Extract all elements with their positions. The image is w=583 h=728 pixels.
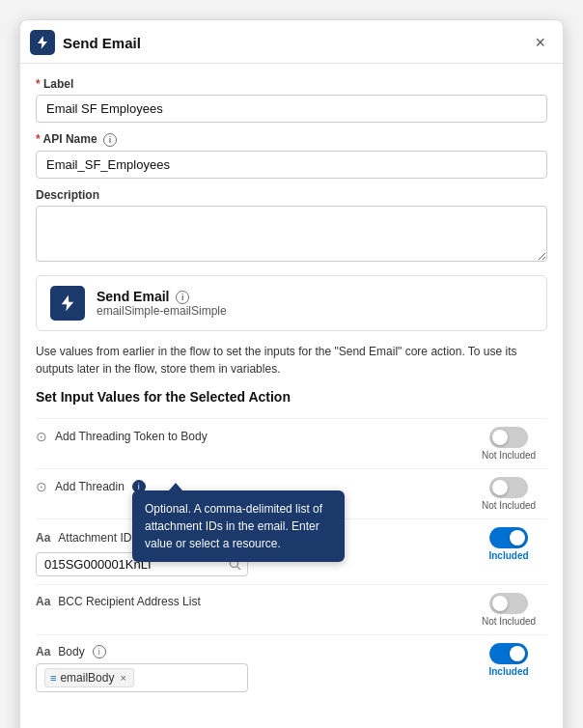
row-4-label: BCC Recipient Address List xyxy=(58,595,200,608)
email-body-tag: ≡ emailBody × xyxy=(44,668,134,687)
action-card: Send Email i emailSimple-emailSimple xyxy=(36,275,547,331)
api-name-info-icon[interactable]: i xyxy=(103,133,117,147)
row-5-toggle[interactable] xyxy=(489,643,528,664)
tag-icon: ≡ xyxy=(50,672,56,684)
row-2-icon: ⊙ xyxy=(36,479,47,494)
row-5-toggle-label: Included xyxy=(488,666,528,677)
row-5-label-group: Aa Body i xyxy=(36,643,470,658)
row-3-toggle-label: Included xyxy=(488,550,528,561)
action-card-subtitle: emailSimple-emailSimple xyxy=(97,304,227,318)
row-4-label-group: Aa BCC Recipient Address List xyxy=(36,593,201,608)
tooltip-text: Optional. A comma-delimited list of atta… xyxy=(145,502,322,550)
label-field-label: * Label xyxy=(36,77,547,91)
row-5-toggle-container: Included xyxy=(470,643,547,677)
row-5-icon: Aa xyxy=(36,645,50,658)
row-3-toggle[interactable] xyxy=(489,527,528,548)
api-name-field-label: * API Name i xyxy=(36,132,547,147)
row-4-toggle[interactable] xyxy=(489,593,528,614)
modal-header-icon xyxy=(30,30,55,55)
row-2-toggle[interactable] xyxy=(489,477,528,498)
description-textarea[interactable] xyxy=(36,206,547,262)
row-3-label: Attachment ID xyxy=(58,531,131,545)
row-1-toggle-container: Not Included xyxy=(470,427,547,461)
row-1-icon: ⊙ xyxy=(36,429,47,444)
row-5-label: Body xyxy=(58,645,84,658)
row-3-toggle-container: Included xyxy=(470,527,547,561)
row-1-label: Add Threading Token to Body xyxy=(55,430,208,443)
description-field-label: Description xyxy=(36,188,547,202)
tag-close-button[interactable]: × xyxy=(120,672,125,684)
body-tag-field[interactable]: ≡ emailBody × xyxy=(36,663,248,692)
section-title: Set Input Values for the Selected Action xyxy=(36,389,547,405)
action-card-icon xyxy=(50,286,85,321)
row-add-threading-token: ⊙ Add Threading Token to Body Not Includ… xyxy=(36,418,547,468)
row-4-toggle-container: Not Included xyxy=(470,593,547,627)
label-field-group: * Label xyxy=(36,77,547,123)
row-body: Aa Body i ≡ emailBody × Included xyxy=(36,634,547,700)
tooltip-box: Optional. A comma-delimited list of atta… xyxy=(132,490,345,562)
row-1-toggle-slider xyxy=(489,427,528,448)
row-2-toggle-label: Not Included xyxy=(482,500,536,511)
description-paragraph: Use values from earlier in the flow to s… xyxy=(36,343,547,378)
row-3-icon: Aa xyxy=(36,531,50,545)
action-card-title: Send Email i xyxy=(97,289,227,304)
api-required-star: * xyxy=(36,132,41,146)
tag-label: emailBody xyxy=(60,671,114,685)
description-field-group: Description xyxy=(36,188,547,266)
label-input[interactable] xyxy=(36,95,547,123)
bolt-icon xyxy=(35,35,50,50)
label-field-title: Label xyxy=(43,77,73,91)
modal-title: Send Email xyxy=(63,35,141,51)
row-3-toggle-slider xyxy=(489,527,528,548)
row-4-toggle-label: Not Included xyxy=(482,616,536,627)
label-required-star: * xyxy=(36,77,41,91)
action-card-info-icon[interactable]: i xyxy=(176,291,189,304)
close-button[interactable]: × xyxy=(531,34,549,51)
row-5-content: Aa Body i ≡ emailBody × xyxy=(36,643,470,692)
header-left: Send Email xyxy=(30,30,141,55)
action-bolt-icon xyxy=(58,294,77,313)
api-name-input[interactable] xyxy=(36,151,547,179)
row-bcc-recipient: Aa BCC Recipient Address List Not Includ… xyxy=(36,584,547,634)
row-4-icon: Aa xyxy=(36,595,50,608)
modal-header: Send Email × xyxy=(20,20,563,64)
body-info-icon[interactable]: i xyxy=(93,645,106,658)
row-1-label-group: ⊙ Add Threading Token to Body xyxy=(36,427,208,444)
row-2-label: Add Threadin xyxy=(55,480,125,493)
row-2-toggle-container: Not Included xyxy=(470,477,547,511)
send-email-modal: Send Email × * Label * API Name i Descri… xyxy=(19,19,564,728)
svg-line-1 xyxy=(237,567,240,570)
api-name-field-group: * API Name i xyxy=(36,132,547,179)
row-1-toggle[interactable] xyxy=(489,427,528,448)
row-5-toggle-slider xyxy=(489,643,528,664)
row-4-toggle-slider xyxy=(489,593,528,614)
api-name-field-title: API Name xyxy=(43,132,97,146)
row-add-threading-2: ⊙ Add Threadin i Optional. A comma-delim… xyxy=(36,468,547,518)
action-card-content: Send Email i emailSimple-emailSimple xyxy=(97,289,227,318)
row-2-toggle-slider xyxy=(489,477,528,498)
modal-body: * Label * API Name i Description xyxy=(20,64,563,715)
row-1-toggle-label: Not Included xyxy=(482,450,536,461)
